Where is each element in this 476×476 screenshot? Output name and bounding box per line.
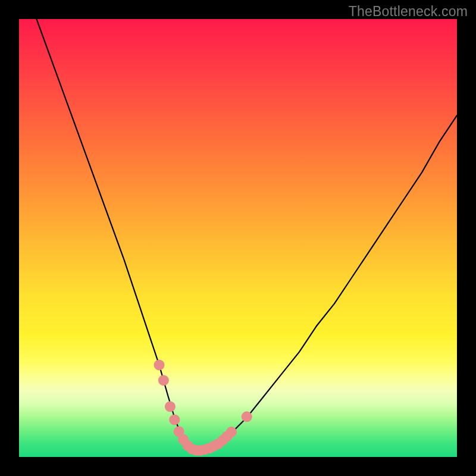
chart-frame: TheBottleneck.com: [0, 0, 476, 476]
markers-group: [154, 359, 252, 456]
marker-dot: [165, 401, 176, 412]
chart-svg: [19, 19, 457, 457]
watermark-text: TheBottleneck.com: [349, 4, 468, 20]
marker-dot: [169, 414, 180, 425]
marker-dot: [158, 375, 169, 386]
marker-dot: [242, 411, 252, 422]
marker-dot: [154, 359, 165, 370]
marker-dot: [226, 427, 237, 437]
plot-area: [19, 19, 457, 457]
main-curve: [36, 19, 457, 450]
